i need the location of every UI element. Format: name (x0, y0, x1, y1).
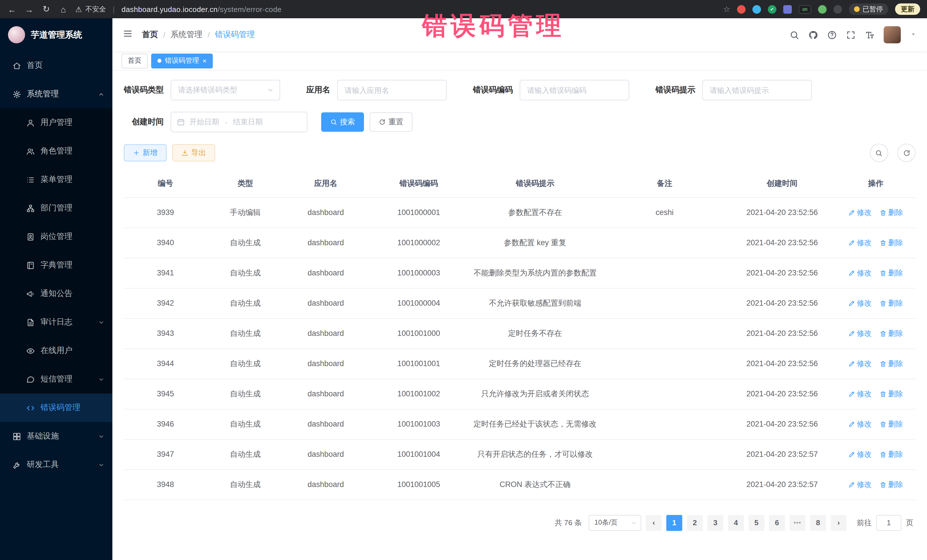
security-chip[interactable]: ⚠ 不安全 (75, 4, 106, 14)
sidebar-group-dev-tools[interactable]: 研发工具 (0, 451, 112, 479)
address-bar[interactable]: dashboard.yudao.iocoder.cn/system/error-… (122, 5, 281, 14)
plus-icon (133, 149, 140, 156)
page-button[interactable]: 5 (748, 514, 764, 531)
delete-link[interactable]: 删除 (880, 298, 903, 308)
sidebar-item-users[interactable]: 用户管理 (0, 108, 112, 137)
error-code-input[interactable] (520, 80, 629, 100)
tab-error-codes[interactable]: 错误码管理 × (151, 53, 213, 68)
edit-link[interactable]: 修改 (848, 238, 872, 248)
font-size-button[interactable] (865, 30, 874, 39)
delete-link[interactable]: 删除 (880, 449, 903, 459)
breadcrumb-home[interactable]: 首页 (142, 30, 158, 40)
next-page-button[interactable]: › (831, 514, 846, 531)
sidebar-item-notices[interactable]: 通知公告 (0, 279, 112, 308)
sidebar-group-audit-logs[interactable]: 审计日志 (0, 308, 112, 337)
prev-page-button[interactable]: ‹ (646, 514, 662, 531)
column-header-created: 创建时间 (728, 170, 836, 197)
breadcrumb-section[interactable]: 系统管理 (170, 30, 202, 40)
fullscreen-button[interactable] (846, 30, 856, 39)
edit-link[interactable]: 修改 (848, 298, 872, 308)
add-button[interactable]: 新增 (124, 144, 167, 161)
delete-link[interactable]: 删除 (880, 328, 903, 338)
page-button[interactable]: 1 (666, 514, 682, 531)
tab-close-icon[interactable]: × (202, 57, 207, 64)
delete-link[interactable]: 删除 (880, 389, 903, 399)
browser-extension-icon[interactable]: on (799, 5, 811, 14)
delete-link[interactable]: 删除 (880, 238, 903, 248)
user-menu-button[interactable] (910, 30, 917, 40)
sidebar-group-infrastructure[interactable]: 基础设施 (0, 422, 112, 451)
collapse-sidebar-button[interactable] (123, 29, 133, 41)
sidebar-item-roles[interactable]: 角色管理 (0, 137, 112, 165)
page-button[interactable]: 6 (769, 514, 785, 531)
github-link[interactable] (808, 30, 818, 39)
sidebar-item-home[interactable]: 首页 (0, 51, 112, 80)
paused-badge[interactable]: 已暂停 (849, 3, 888, 15)
start-date-placeholder: 开始日期 (189, 117, 219, 127)
table-row: 3940自动生成dashboard1001000002参数配置 key 重复20… (124, 228, 916, 258)
pager-ellipsis[interactable]: ••• (790, 514, 805, 531)
edit-link[interactable]: 修改 (848, 389, 872, 399)
reset-button[interactable]: 重置 (370, 112, 412, 132)
browser-extension-icon[interactable] (833, 5, 842, 14)
edit-link[interactable]: 修改 (848, 328, 872, 338)
sidebar-group-system[interactable]: 系统管理 (0, 80, 112, 108)
page-size-select[interactable]: 10条/页 (589, 514, 641, 531)
page-button[interactable]: 3 (707, 514, 723, 531)
total-count: 共 76 条 (555, 518, 582, 528)
browser-extension-icon[interactable] (783, 5, 792, 14)
edit-link[interactable]: 修改 (848, 419, 872, 429)
sidebar-item-departments[interactable]: 部门管理 (0, 194, 112, 222)
browser-forward-icon[interactable]: → (24, 4, 34, 14)
cell-remark (601, 439, 728, 469)
edit-link[interactable]: 修改 (848, 449, 872, 459)
edit-link[interactable]: 修改 (848, 479, 872, 490)
page-button[interactable]: 4 (728, 514, 744, 531)
app-logo[interactable]: 芋道管理系统 (0, 18, 112, 51)
hamburger-icon (123, 29, 133, 39)
sidebar-item-posts[interactable]: 岗位管理 (0, 222, 112, 251)
edit-link[interactable]: 修改 (848, 207, 872, 217)
delete-link[interactable]: 删除 (880, 419, 903, 429)
refresh-table-button[interactable] (897, 144, 916, 162)
cell-code: 1001000002 (368, 228, 470, 258)
tab-home[interactable]: 首页 (122, 53, 148, 68)
cell-message: 不允许获取敏感配置到前端 (470, 288, 601, 318)
browser-home-icon[interactable]: ⌂ (58, 4, 68, 14)
header-search-button[interactable] (790, 30, 799, 39)
error-type-select[interactable]: 请选择错误码类型 (170, 80, 280, 100)
browser-extension-icon[interactable]: ✔ (768, 5, 777, 14)
page-button[interactable]: 2 (687, 514, 703, 531)
goto-page-input[interactable] (876, 514, 901, 531)
error-message-input[interactable] (702, 80, 812, 100)
delete-link[interactable]: 删除 (880, 268, 903, 278)
sidebar-group-sms[interactable]: 短信管理 (0, 365, 112, 393)
screen: ← → ↻ ⌂ ⚠ 不安全 | dashboard.yudao.iocoder.… (0, 0, 927, 560)
edit-link[interactable]: 修改 (848, 358, 872, 369)
sidebar-item-dictionary[interactable]: 字典管理 (0, 251, 112, 279)
search-button[interactable]: 搜索 (321, 112, 364, 132)
browser-back-icon[interactable]: ← (7, 4, 17, 14)
sidebar-item-error-codes[interactable]: 错误码管理 (0, 393, 112, 422)
app-name-input[interactable] (337, 80, 447, 100)
bookmark-star-icon[interactable]: ☆ (723, 5, 730, 14)
browser-reload-icon[interactable]: ↻ (41, 4, 51, 14)
delete-link[interactable]: 删除 (880, 207, 903, 217)
date-range-picker[interactable]: 开始日期 - 结束日期 (170, 112, 307, 132)
delete-link[interactable]: 删除 (880, 358, 903, 369)
sidebar-item-online-users[interactable]: 在线用户 (0, 337, 112, 365)
show-search-toggle-button[interactable] (870, 144, 888, 162)
export-button[interactable]: 导出 (172, 144, 215, 161)
edit-link[interactable]: 修改 (848, 268, 872, 278)
update-button[interactable]: 更新 (895, 3, 920, 15)
browser-extension-icon[interactable] (818, 5, 827, 14)
browser-extension-icon[interactable] (752, 5, 761, 14)
browser-extension-icon[interactable] (737, 5, 746, 14)
delete-link[interactable]: 删除 (880, 479, 903, 490)
user-avatar[interactable] (884, 26, 901, 43)
cell-created: 2021-04-20 23:52:56 (728, 228, 836, 258)
filter-row-1: 错误码类型 请选择错误码类型 应用名 错误码编码 (124, 80, 916, 100)
help-button[interactable] (827, 30, 837, 39)
sidebar-item-menus[interactable]: 菜单管理 (0, 165, 112, 194)
page-button[interactable]: 8 (810, 514, 826, 531)
